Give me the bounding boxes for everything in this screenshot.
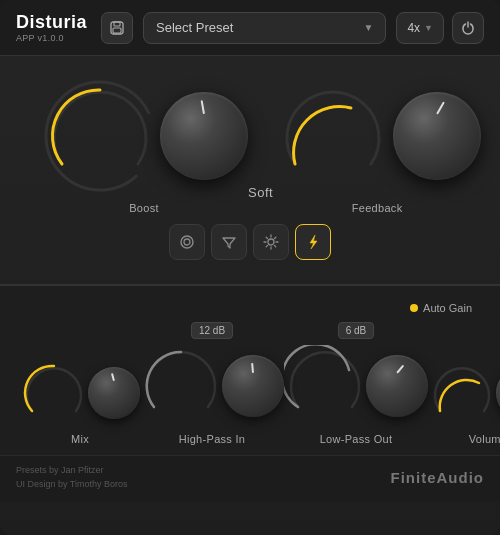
brand-label: FiniteAudio (391, 469, 485, 486)
feedback-arc-svg (273, 76, 393, 196)
boost-arc-svg (40, 76, 160, 196)
bottom-section: Auto Gain Mix 12 dB (0, 285, 500, 455)
footer: Presets by Jan Pfitzer UI Design by Timo… (0, 455, 500, 501)
footer-credits: Presets by Jan Pfitzer UI Design by Timo… (16, 464, 128, 491)
svg-point-5 (184, 239, 190, 245)
feedback-knob-container[interactable]: Feedback (273, 76, 481, 214)
volume-label: Volume (469, 433, 500, 445)
volume-knob[interactable] (496, 367, 500, 419)
lowpass-label: Low-Pass Out (320, 433, 393, 445)
top-knobs-row: Boost Soft Fe (30, 76, 470, 214)
mix-knob[interactable] (88, 367, 140, 419)
lowpass-group[interactable]: 6 dB Low-Pass Out (284, 322, 428, 445)
svg-rect-2 (113, 28, 121, 33)
header: Disturia APP v1.0.0 Select Preset ▼ 4x ▼ (0, 0, 500, 56)
auto-gain-row: Auto Gain (20, 302, 480, 314)
boost-knob-wrapper[interactable] (40, 76, 248, 196)
boost-knob[interactable] (160, 92, 248, 180)
oversample-label: 4x (407, 21, 420, 35)
svg-point-4 (181, 236, 193, 248)
logo-area: Disturia APP v1.0.0 (16, 12, 87, 43)
lightning-mode-button[interactable] (295, 224, 331, 260)
lowpass-knob-wrapper[interactable] (284, 345, 428, 427)
mix-label: Mix (71, 433, 89, 445)
auto-gain-label: Auto Gain (423, 302, 472, 314)
highpass-knob-wrapper[interactable] (140, 345, 284, 427)
save-button[interactable] (101, 12, 133, 44)
highpass-badge: 12 dB (191, 322, 233, 339)
highpass-knob[interactable] (222, 355, 284, 417)
bottom-knobs-row: Mix 12 dB High-Pass In (20, 322, 480, 445)
main-section: Boost Soft Fe (0, 56, 500, 284)
preset-arrow-icon: ▼ (363, 22, 373, 33)
svg-point-3 (46, 82, 154, 190)
soft-area: Soft (248, 190, 273, 202)
record-mode-button[interactable] (169, 224, 205, 260)
feedback-knob-wrapper[interactable] (273, 76, 481, 196)
app-version: APP v1.0.0 (16, 33, 87, 43)
svg-point-6 (268, 239, 274, 245)
boost-label: Boost (129, 202, 159, 214)
oversample-arrow-icon: ▼ (424, 23, 433, 33)
feedback-label: Feedback (352, 202, 403, 214)
preset-label: Select Preset (156, 20, 233, 35)
settings-mode-button[interactable] (253, 224, 289, 260)
mix-knob-wrapper[interactable] (20, 359, 140, 427)
volume-knob-container[interactable]: Volume (428, 359, 500, 445)
highpass-label: High-Pass In (179, 433, 246, 445)
soft-label: Soft (248, 185, 273, 200)
highpass-knob-container[interactable]: High-Pass In (140, 345, 284, 445)
lowpass-knob[interactable] (366, 355, 428, 417)
filter-mode-button[interactable] (211, 224, 247, 260)
oversample-button[interactable]: 4x ▼ (396, 12, 444, 44)
ui-credit: UI Design by Timothy Boros (16, 478, 128, 492)
power-button[interactable] (452, 12, 484, 44)
presets-credit: Presets by Jan Pfitzer (16, 464, 128, 478)
mix-knob-container[interactable]: Mix (20, 359, 140, 445)
highpass-arc-svg (140, 345, 222, 427)
feedback-knob[interactable] (393, 92, 481, 180)
app-title: Disturia (16, 12, 87, 33)
mode-icons-row (169, 224, 331, 260)
mix-arc-svg (20, 359, 88, 427)
boost-knob-container[interactable]: Boost (40, 76, 248, 214)
lowpass-arc-svg (284, 345, 366, 427)
volume-arc-svg (428, 359, 496, 427)
plugin-container: Disturia APP v1.0.0 Select Preset ▼ 4x ▼ (0, 0, 500, 535)
volume-knob-wrapper[interactable] (428, 359, 500, 427)
preset-dropdown[interactable]: Select Preset ▼ (143, 12, 386, 44)
lowpass-knob-container[interactable]: Low-Pass Out (284, 345, 428, 445)
lowpass-badge: 6 dB (338, 322, 375, 339)
highpass-group[interactable]: 12 dB High-Pass In (140, 322, 284, 445)
auto-gain-indicator (410, 304, 418, 312)
